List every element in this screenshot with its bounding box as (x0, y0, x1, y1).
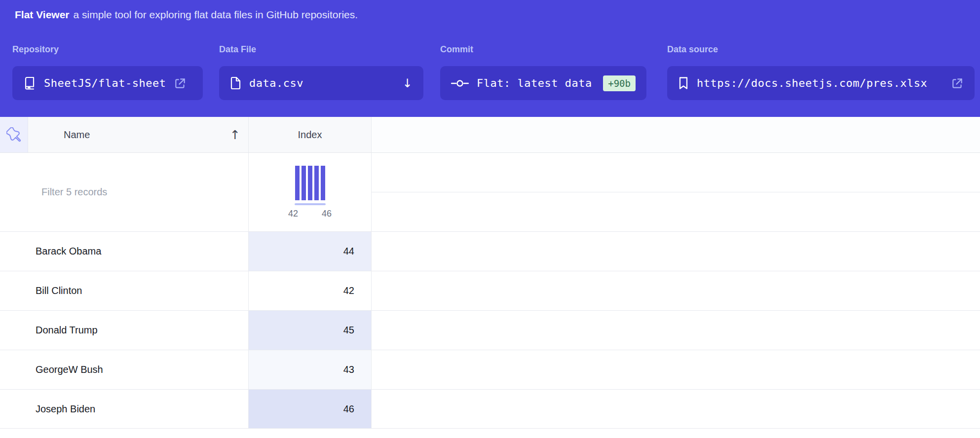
commit-control: Commit Flat: latest data +90b (440, 44, 473, 55)
repo-icon (23, 76, 36, 90)
column-header-index[interactable]: Index (249, 117, 372, 152)
filter-input[interactable] (40, 186, 230, 198)
filter-cell-name (0, 153, 249, 231)
histogram-axis (295, 203, 326, 205)
sort-ascending-icon[interactable]: ↑ (230, 129, 240, 141)
cell-name: Bill Clinton (0, 271, 249, 310)
histogram-bar (308, 166, 312, 200)
histogram-bar (295, 166, 300, 200)
file-icon (230, 76, 241, 90)
commit-message: Flat: latest data (477, 77, 592, 89)
histogram-bar (321, 166, 325, 200)
table-row[interactable]: GeorgeW Bush 43 (0, 350, 980, 390)
down-arrow-icon: ↓ (402, 76, 413, 90)
histogram-bar (314, 166, 319, 200)
histogram-labels: 42 46 (288, 209, 332, 219)
column-header-name[interactable]: Name ↑ (28, 117, 249, 152)
table-row[interactable]: Joseph Biden 46 (0, 390, 980, 429)
repository-control: Repository SheetJS/flat-sheet (12, 44, 59, 55)
cell-index: 45 (249, 311, 372, 350)
data-file-label: Data File (219, 44, 256, 55)
column-title: Index (298, 129, 322, 141)
commit-button[interactable]: Flat: latest data +90b (440, 66, 646, 100)
cell-index: 42 (249, 271, 372, 310)
cell-name: GeorgeW Bush (0, 350, 249, 389)
cell-name: Barack Obama (0, 232, 249, 271)
data-source-url: https://docs.sheetjs.com/pres.xlsx (697, 77, 927, 89)
data-source-link[interactable]: https://docs.sheetjs.com/pres.xlsx (667, 66, 975, 100)
pin-column-header[interactable] (0, 117, 28, 152)
histogram-min-label: 42 (288, 209, 298, 219)
repository-label: Repository (12, 44, 59, 55)
commit-diff-badge: +90b (603, 75, 636, 91)
commit-icon (451, 79, 469, 88)
data-file-select[interactable]: data.csv ↓ (219, 66, 423, 100)
repository-value: SheetJS/flat-sheet (44, 77, 166, 89)
external-link-icon (174, 77, 187, 90)
data-source-label: Data source (667, 44, 718, 55)
histogram-max-label: 46 (322, 209, 332, 219)
app-header: Flat Viewera simple tool for exploring f… (0, 0, 980, 117)
cell-name: Donald Trump (0, 311, 249, 350)
filter-row: 42 46 (0, 153, 980, 232)
table-row[interactable]: Barack Obama 44 (0, 232, 980, 271)
histogram-cell-index[interactable]: 42 46 (249, 153, 372, 231)
bookmark-icon (678, 76, 689, 90)
cell-name: Joseph Biden (0, 390, 249, 428)
commit-label: Commit (440, 44, 473, 55)
histogram-bar (302, 166, 306, 200)
column-title: Name (64, 129, 90, 141)
table-row[interactable]: Bill Clinton 42 (0, 271, 980, 311)
table-header-row: Name ↑ Index (0, 117, 980, 153)
app-title: Flat Viewer (15, 9, 70, 20)
app-tagline: a simple tool for exploring flat data fi… (74, 9, 358, 20)
cell-index: 46 (249, 390, 372, 428)
app-title-row: Flat Viewera simple tool for exploring f… (15, 9, 358, 21)
repository-button[interactable]: SheetJS/flat-sheet (12, 66, 203, 100)
table-row[interactable]: Donald Trump 45 (0, 311, 980, 350)
cell-index: 44 (249, 232, 372, 271)
flat-viewer-app: Flat Viewera simple tool for exploring f… (0, 0, 980, 438)
data-source-control: Data source https://docs.sheetjs.com/pre… (667, 44, 718, 55)
empty-grid-row-divider (372, 192, 980, 192)
external-link-icon (951, 77, 964, 90)
index-histogram (295, 166, 325, 200)
cell-index: 43 (249, 350, 372, 389)
data-file-value: data.csv (249, 77, 303, 89)
data-file-control: Data File data.csv ↓ (219, 44, 256, 55)
pin-icon (6, 127, 21, 142)
